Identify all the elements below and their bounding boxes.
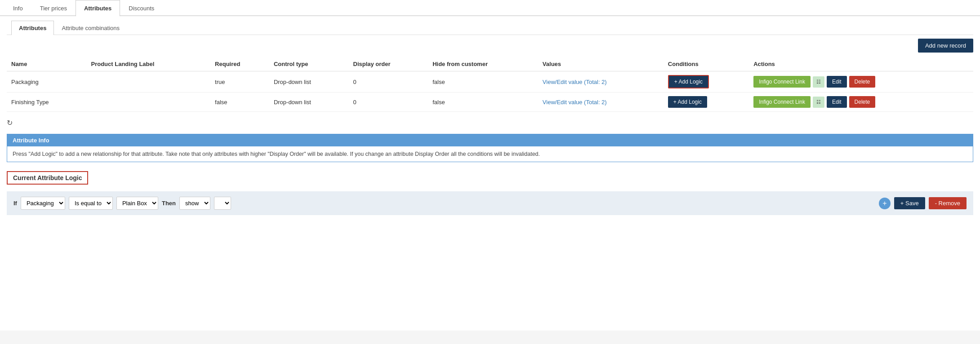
row2-add-logic-button[interactable]: + Add Logic: [668, 96, 707, 108]
tab-discounts[interactable]: Discounts: [120, 0, 163, 16]
plain-box-select[interactable]: Plain Box: [116, 197, 158, 210]
top-tab-bar: Info Tier prices Attributes Discounts: [0, 0, 980, 16]
col-conditions: Conditions: [664, 57, 749, 71]
packaging-select[interactable]: Packaging: [21, 197, 65, 210]
col-hide-from-customer: Hide from customer: [428, 57, 538, 71]
tab-tier-prices[interactable]: Tier prices: [31, 0, 76, 16]
row1-add-logic-button[interactable]: + Add Logic: [668, 75, 709, 88]
col-values: Values: [538, 57, 664, 71]
row2-control-type: Drop-down list: [269, 93, 349, 112]
if-label: If: [13, 200, 17, 207]
row2-edit-button[interactable]: Edit: [827, 96, 847, 108]
save-button[interactable]: + Save: [894, 197, 925, 209]
attributes-table: Name Product Landing Label Required Cont…: [7, 57, 973, 112]
sub-tab-combinations[interactable]: Attribute combinations: [54, 21, 127, 35]
then-label: Then: [162, 200, 176, 207]
remove-button[interactable]: - Remove: [929, 197, 967, 209]
row1-display-order: 0: [349, 71, 428, 93]
sub-tab-attributes[interactable]: Attributes: [11, 21, 54, 35]
row1-actions: Infigo Connect Link ☷ Edit Delete: [749, 71, 973, 93]
row1-values-link[interactable]: View/Edit value (Total: 2): [543, 79, 607, 85]
add-new-record-button[interactable]: Add new record: [918, 39, 973, 53]
attribute-info-header: Attribute Info: [7, 134, 973, 146]
col-name: Name: [7, 57, 87, 71]
row1-edit-button[interactable]: Edit: [827, 76, 847, 88]
row2-delete-button[interactable]: Delete: [849, 96, 876, 108]
col-control-type: Control type: [269, 57, 349, 71]
row1-hide: false: [428, 71, 538, 93]
row1-grid-icon-button[interactable]: ☷: [813, 76, 824, 88]
sub-tab-bar: Attributes Attribute combinations: [7, 21, 973, 35]
row1-landing-label: [87, 71, 211, 93]
main-content: Attributes Attribute combinations Add ne…: [0, 16, 980, 331]
logic-row: If Packaging Is equal to Plain Box Then …: [7, 191, 973, 215]
row1-required: true: [210, 71, 269, 93]
col-actions: Actions: [749, 57, 973, 71]
add-row-button[interactable]: +: [879, 198, 891, 209]
attribute-info-body: Press "Add Logic" to add a new relations…: [7, 146, 973, 162]
table-row: Finishing Type false Drop-down list 0 fa…: [7, 93, 973, 112]
row2-display-order: 0: [349, 93, 428, 112]
col-required: Required: [210, 57, 269, 71]
row1-values: View/Edit value (Total: 2): [538, 71, 664, 93]
show-select[interactable]: show: [179, 197, 210, 210]
col-display-order: Display order: [349, 57, 428, 71]
row2-actions: Infigo Connect Link ☷ Edit Delete: [749, 93, 973, 112]
row2-required: false: [210, 93, 269, 112]
row2-name: Finishing Type: [7, 93, 87, 112]
row2-landing-label: [87, 93, 211, 112]
row1-delete-button[interactable]: Delete: [849, 76, 876, 88]
row2-values-link[interactable]: View/Edit value (Total: 2): [543, 99, 607, 106]
row2-hide: false: [428, 93, 538, 112]
refresh-icon[interactable]: ↻: [7, 119, 13, 127]
cal-title: Current Attribute Logic: [7, 171, 88, 185]
col-landing-label: Product Landing Label: [87, 57, 211, 71]
row2-grid-icon-button[interactable]: ☷: [813, 97, 824, 108]
extra-select[interactable]: [214, 197, 231, 210]
row1-infigo-connect-button[interactable]: Infigo Connect Link: [753, 76, 811, 88]
row2-values: View/Edit value (Total: 2): [538, 93, 664, 112]
attribute-info-box: Attribute Info Press "Add Logic" to add …: [7, 134, 973, 162]
row2-infigo-connect-button[interactable]: Infigo Connect Link: [753, 96, 811, 108]
row1-control-type: Drop-down list: [269, 71, 349, 93]
table-row: Packaging true Drop-down list 0 false Vi…: [7, 71, 973, 93]
toolbar: Add new record: [7, 35, 973, 57]
tab-info[interactable]: Info: [4, 0, 31, 16]
current-attribute-logic-section: Current Attribute Logic If Packaging Is …: [7, 171, 973, 215]
row2-conditions: + Add Logic: [664, 93, 749, 112]
is-equal-select[interactable]: Is equal to: [69, 197, 113, 210]
tab-attributes[interactable]: Attributes: [76, 0, 120, 16]
row1-name: Packaging: [7, 71, 87, 93]
row1-conditions: + Add Logic: [664, 71, 749, 93]
